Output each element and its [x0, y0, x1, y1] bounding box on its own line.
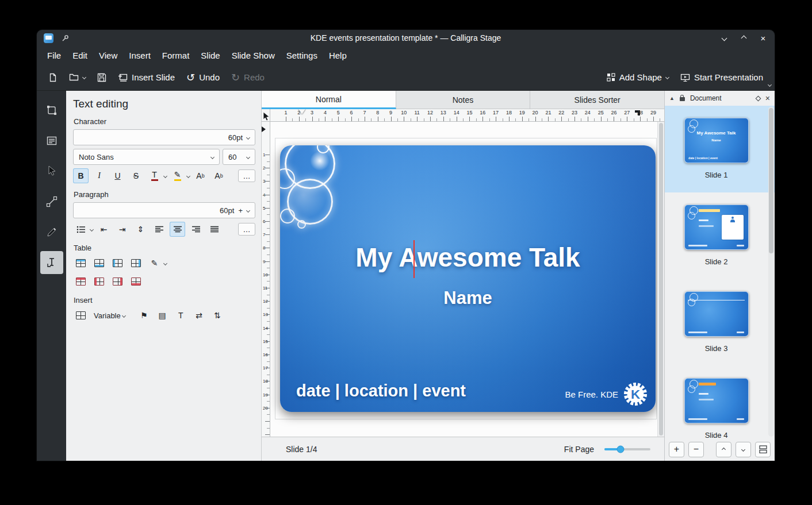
- insert-frame-button[interactable]: ▤: [155, 308, 170, 323]
- align-center-button[interactable]: [170, 222, 185, 237]
- add-shape-button[interactable]: Add Shape: [602, 68, 673, 86]
- delete-column-button[interactable]: [91, 274, 107, 289]
- character-style-combobox[interactable]: 60pt: [73, 129, 255, 145]
- toolbar-overflow-chevron-icon[interactable]: [768, 78, 771, 88]
- align-justify-button[interactable]: [206, 222, 222, 237]
- align-right-button[interactable]: [188, 222, 204, 237]
- menu-help[interactable]: Help: [323, 48, 353, 63]
- bold-button[interactable]: B: [73, 168, 89, 183]
- tab-slides-sorter[interactable]: Slides Sorter: [530, 91, 664, 109]
- slide-thumbnail-item[interactable]: My Awesome TalkNamedate | location | eve…: [665, 106, 775, 192]
- table-border-pen-button[interactable]: ✎: [147, 256, 162, 271]
- thumbnail-list-scrollbar[interactable]: [768, 107, 774, 437]
- insert-table-button[interactable]: [73, 308, 89, 323]
- slide-thumbnail-item[interactable]: Slide 3: [665, 279, 775, 366]
- zoom-slider-handle[interactable]: [617, 445, 625, 453]
- lock-icon[interactable]: [680, 97, 685, 101]
- slide-subtitle-textbox[interactable]: Name: [280, 288, 656, 309]
- highlight-color-chevron-icon[interactable]: [186, 174, 190, 178]
- redo-button[interactable]: ↻ Redo: [227, 68, 269, 87]
- menu-view[interactable]: View: [93, 48, 123, 63]
- slides-sorter-view-button[interactable]: [755, 442, 771, 457]
- add-slide-button[interactable]: +: [669, 442, 684, 457]
- connection-tool[interactable]: [40, 190, 63, 213]
- split-cells-button[interactable]: [110, 274, 125, 289]
- line-spacing-button[interactable]: ⇕: [133, 222, 148, 237]
- close-button[interactable]: ×: [759, 33, 768, 43]
- undo-button[interactable]: ↺ Undo: [182, 68, 224, 87]
- menu-settings[interactable]: Settings: [281, 48, 323, 63]
- subscript-button[interactable]: Ab: [211, 168, 227, 183]
- start-presentation-button[interactable]: Start Presentation: [676, 68, 768, 86]
- move-slide-up-button[interactable]: [716, 442, 731, 457]
- delete-row-button[interactable]: [73, 274, 89, 289]
- tab-notes[interactable]: Notes: [396, 91, 531, 109]
- text-editing-tool[interactable]: [40, 251, 63, 274]
- paragraph-spacing-combobox[interactable]: 60pt +: [73, 202, 255, 218]
- selection-tool[interactable]: [40, 160, 63, 183]
- menu-slide[interactable]: Slide: [195, 48, 225, 63]
- text-layout-tool[interactable]: [40, 129, 63, 152]
- slide-thumbnail-item[interactable]: Slide 2: [665, 192, 775, 279]
- insert-column-right-button[interactable]: [128, 256, 144, 271]
- menu-slide-show[interactable]: Slide Show: [226, 48, 281, 63]
- font-size-combobox[interactable]: 60: [223, 149, 255, 165]
- insert-special-character-button[interactable]: ⇄: [191, 308, 207, 323]
- font-family-combobox[interactable]: Noto Sans: [73, 149, 220, 165]
- pin-icon[interactable]: [62, 34, 69, 42]
- character-more-options-button[interactable]: …: [238, 169, 255, 182]
- slide-thumbnail-item[interactable]: Slide 4: [665, 366, 775, 438]
- insert-slide-button[interactable]: Insert Slide: [113, 68, 179, 86]
- slide-thumbnail[interactable]: My Awesome TalkNamedate | location | eve…: [684, 118, 749, 163]
- slide-editing-surface[interactable]: My Awesome Talk Name date | location | e…: [280, 145, 656, 412]
- text-color-chevron-icon[interactable]: [163, 174, 167, 178]
- underline-button[interactable]: U: [110, 168, 125, 183]
- insert-row-below-button[interactable]: [91, 256, 107, 271]
- slide-title-textbox[interactable]: My Awesome Talk: [280, 242, 656, 273]
- menu-edit[interactable]: Edit: [67, 48, 93, 63]
- slide-footer-textbox[interactable]: date | location | event: [296, 381, 466, 400]
- zoom-slider[interactable]: [604, 448, 650, 450]
- italic-button[interactable]: I: [91, 168, 107, 183]
- open-document-button[interactable]: [64, 69, 90, 86]
- save-button[interactable]: [93, 69, 111, 86]
- minimize-button[interactable]: [719, 33, 729, 43]
- insert-row-above-button[interactable]: [73, 256, 89, 271]
- delete-slide-button[interactable]: −: [688, 442, 704, 457]
- menu-format[interactable]: Format: [156, 48, 196, 63]
- menu-file[interactable]: File: [41, 48, 67, 63]
- insert-column-left-button[interactable]: [110, 256, 125, 271]
- insert-text-button[interactable]: T: [173, 308, 189, 323]
- docker-float-icon[interactable]: [755, 95, 761, 101]
- menu-insert[interactable]: Insert: [123, 48, 156, 63]
- merge-cells-button[interactable]: [128, 274, 144, 289]
- spacing-increase-button[interactable]: +: [238, 206, 243, 215]
- align-left-button[interactable]: [151, 222, 167, 237]
- text-color-button[interactable]: T: [147, 168, 162, 183]
- strikethrough-button[interactable]: S: [128, 168, 144, 183]
- canvas-vertical-scrollbar[interactable]: [657, 122, 664, 437]
- increase-indent-button[interactable]: ⇥: [114, 222, 130, 237]
- open-recent-chevron-icon[interactable]: [82, 75, 86, 79]
- slide-thumbnail[interactable]: [684, 291, 749, 337]
- zoom-mode-button[interactable]: Fit Page: [564, 445, 594, 454]
- slide-thumbnail[interactable]: [684, 205, 749, 250]
- shape-handling-tool[interactable]: [40, 99, 63, 122]
- decrease-indent-button[interactable]: ⇤: [96, 222, 112, 237]
- tab-normal[interactable]: Normal: [262, 91, 396, 109]
- list-style-chevron-icon[interactable]: [90, 227, 94, 231]
- insert-bookmark-button[interactable]: ⚑: [136, 308, 152, 323]
- slide-canvas-area[interactable]: My Awesome Talk Name date | location | e…: [270, 122, 664, 437]
- slide-footer-right[interactable]: Be Free. KDE K: [565, 382, 648, 406]
- variable-chevron-icon[interactable]: [122, 313, 126, 317]
- maximize-button[interactable]: [739, 33, 748, 43]
- superscript-button[interactable]: Ab: [193, 168, 208, 183]
- slide-thumbnail[interactable]: [684, 378, 749, 423]
- scrollbar-handle[interactable]: [769, 108, 773, 253]
- path-editing-tool[interactable]: [40, 221, 63, 244]
- table-border-pen-chevron-icon[interactable]: [163, 261, 167, 265]
- docker-collapse-icon[interactable]: ▲: [669, 95, 675, 101]
- move-slide-down-button[interactable]: [736, 442, 751, 457]
- highlight-color-button[interactable]: ✎: [170, 168, 185, 183]
- docker-close-icon[interactable]: ×: [765, 94, 770, 103]
